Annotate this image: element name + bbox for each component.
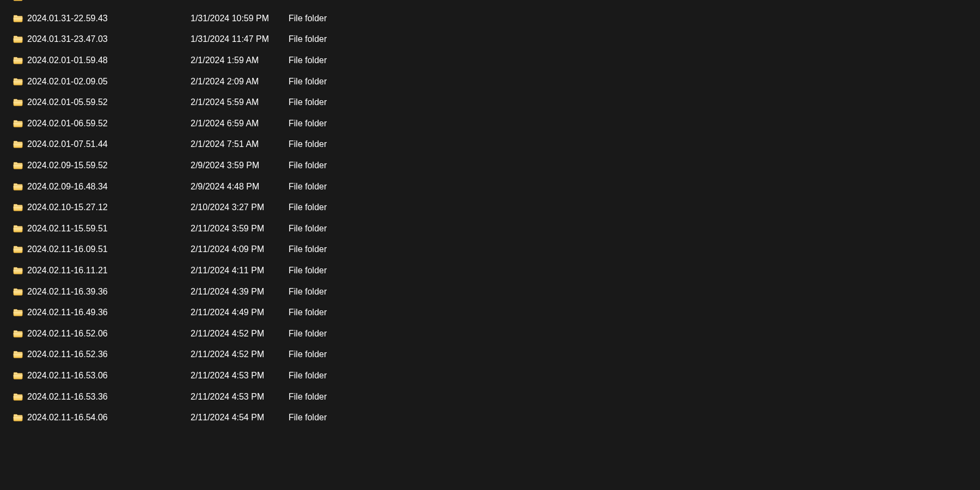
- table-row[interactable]: 2024.02.11-16.09.512/11/2024 4:09 PMFile…: [0, 239, 980, 260]
- folder-name: 2024.02.11-16.49.36: [27, 308, 108, 317]
- cell-name: 2024.02.11-16.53.36: [13, 392, 191, 402]
- table-row[interactable]: 2024.02.01-05.59.522/1/2024 5:59 AMFile …: [0, 92, 980, 113]
- folder-icon: [13, 162, 23, 169]
- table-row[interactable]: 2024.02.11-16.11.212/11/2024 4:11 PMFile…: [0, 260, 980, 281]
- cell-type: File folder: [289, 0, 408, 2]
- folder-icon: [13, 267, 23, 274]
- cell-name: 2024.02.01-02.09.05: [13, 77, 191, 87]
- cell-type: File folder: [289, 119, 408, 128]
- folder-icon: [13, 204, 23, 211]
- cell-type: File folder: [289, 97, 408, 107]
- cell-date-modified: 2/11/2024 3:59 PM: [191, 224, 289, 234]
- folder-icon: [13, 0, 23, 1]
- cell-date-modified: 2/11/2024 4:09 PM: [191, 244, 289, 254]
- table-row[interactable]: 2024.02.11-16.53.062/11/2024 4:53 PMFile…: [0, 365, 980, 387]
- table-row[interactable]: 2024.01.31-23.47.031/31/2024 11:47 PMFil…: [0, 29, 980, 50]
- folder-icon: [13, 140, 23, 148]
- cell-name: 2024.02.01-01.59.48: [13, 56, 191, 65]
- folder-name: 2024.01.31-23.47.03: [27, 34, 108, 44]
- cell-name: 2024.02.11-16.49.36: [13, 308, 191, 317]
- cell-name: 2024.02.11-16.52.36: [13, 350, 191, 359]
- table-row[interactable]: 2024.02.11-16.53.362/11/2024 4:53 PMFile…: [0, 386, 980, 407]
- cell-name: 2024.02.10-15.27.12: [13, 203, 191, 212]
- cell-type: File folder: [289, 34, 408, 44]
- cell-type: File folder: [289, 203, 408, 212]
- folder-icon: [13, 288, 23, 296]
- folder-icon: [13, 78, 23, 85]
- table-row[interactable]: 2024.02.11-15.59.512/11/2024 3:59 PMFile…: [0, 218, 980, 240]
- folder-name: 2024.02.11-16.52.36: [27, 350, 108, 359]
- cell-date-modified: 1/28/2024 4:24 PM: [191, 0, 289, 2]
- cell-name: 2024.02.11-16.09.51: [13, 244, 191, 254]
- cell-name: 2024.02.01-06.59.52: [13, 119, 191, 128]
- table-row[interactable]: 2024.02.11-16.54.062/11/2024 4:54 PMFile…: [0, 407, 980, 428]
- table-row[interactable]: 2024.02.09-15.59.522/9/2024 3:59 PMFile …: [0, 155, 980, 176]
- folder-icon: [13, 183, 23, 191]
- cell-type: File folder: [289, 413, 408, 422]
- folder-icon: [13, 225, 23, 232]
- cell-date-modified: 2/11/2024 4:11 PM: [191, 266, 289, 275]
- cell-date-modified: 2/11/2024 4:49 PM: [191, 308, 289, 317]
- folder-name: 2024.02.11-15.59.51: [27, 224, 108, 234]
- cell-name: 2024.02.11-16.53.06: [13, 371, 191, 381]
- cell-name: 2024.01.31-22.59.43: [13, 14, 191, 23]
- cell-date-modified: 2/11/2024 4:52 PM: [191, 329, 289, 339]
- folder-name: 2024.02.01-05.59.52: [27, 97, 108, 107]
- table-row[interactable]: 2024.02.11-16.52.362/11/2024 4:52 PMFile…: [0, 344, 980, 365]
- table-row[interactable]: 2024.01.28-16.24.531/28/2024 4:24 PMFile…: [0, 0, 980, 8]
- folder-icon: [13, 120, 23, 127]
- folder-name: 2024.01.31-22.59.43: [27, 14, 108, 23]
- cell-date-modified: 2/1/2024 2:09 AM: [191, 77, 289, 87]
- cell-date-modified: 2/11/2024 4:53 PM: [191, 392, 289, 402]
- folder-name: 2024.02.09-15.59.52: [27, 161, 108, 170]
- table-row[interactable]: 2024.02.09-16.48.342/9/2024 4:48 PMFile …: [0, 176, 980, 197]
- table-row[interactable]: 2024.01.31-22.59.431/31/2024 10:59 PMFil…: [0, 8, 980, 29]
- cell-type: File folder: [289, 244, 408, 254]
- folder-name: 2024.02.11-16.52.06: [27, 329, 108, 339]
- table-row[interactable]: 2024.02.11-16.52.062/11/2024 4:52 PMFile…: [0, 323, 980, 345]
- cell-type: File folder: [289, 287, 408, 297]
- cell-date-modified: 2/11/2024 4:54 PM: [191, 413, 289, 422]
- cell-type: File folder: [289, 139, 408, 149]
- cell-date-modified: 2/1/2024 1:59 AM: [191, 56, 289, 65]
- cell-date-modified: 2/10/2024 3:27 PM: [191, 203, 289, 212]
- table-row[interactable]: 2024.02.01-02.09.052/1/2024 2:09 AMFile …: [0, 71, 980, 92]
- cell-type: File folder: [289, 308, 408, 317]
- table-row[interactable]: 2024.02.01-06.59.522/1/2024 6:59 AMFile …: [0, 113, 980, 134]
- table-row[interactable]: 2024.02.11-16.39.362/11/2024 4:39 PMFile…: [0, 281, 980, 302]
- table-row[interactable]: 2024.02.11-16.49.362/11/2024 4:49 PMFile…: [0, 302, 980, 323]
- cell-type: File folder: [289, 350, 408, 359]
- cell-date-modified: 1/31/2024 11:47 PM: [191, 34, 289, 44]
- file-list: 2024.01.28-16.24.531/28/2024 4:24 PMFile…: [0, 0, 980, 428]
- folder-icon: [13, 351, 23, 358]
- folder-icon: [13, 372, 23, 379]
- cell-name: 2024.02.11-16.39.36: [13, 287, 191, 297]
- cell-date-modified: 1/31/2024 10:59 PM: [191, 14, 289, 23]
- folder-icon: [13, 246, 23, 253]
- folder-name: 2024.02.01-07.51.44: [27, 139, 108, 149]
- cell-type: File folder: [289, 77, 408, 87]
- cell-name: 2024.02.01-07.51.44: [13, 139, 191, 149]
- table-row[interactable]: 2024.02.01-07.51.442/1/2024 7:51 AMFile …: [0, 134, 980, 155]
- folder-name: 2024.02.01-06.59.52: [27, 119, 108, 128]
- cell-type: File folder: [289, 56, 408, 65]
- folder-name: 2024.02.11-16.53.36: [27, 392, 108, 402]
- cell-name: 2024.02.11-16.11.21: [13, 266, 191, 275]
- folder-icon: [13, 15, 23, 22]
- cell-name: 2024.02.09-16.48.34: [13, 182, 191, 192]
- cell-date-modified: 2/9/2024 4:48 PM: [191, 182, 289, 192]
- folder-name: 2024.02.11-16.53.06: [27, 371, 108, 381]
- folder-name: 2024.02.11-16.39.36: [27, 287, 108, 297]
- cell-name: 2024.02.11-16.52.06: [13, 329, 191, 339]
- table-row[interactable]: 2024.02.01-01.59.482/1/2024 1:59 AMFile …: [0, 50, 980, 71]
- cell-name: 2024.01.28-16.24.53: [13, 0, 191, 2]
- cell-type: File folder: [289, 182, 408, 192]
- cell-name: 2024.02.01-05.59.52: [13, 97, 191, 107]
- folder-name: 2024.02.11-16.09.51: [27, 244, 108, 254]
- cell-type: File folder: [289, 329, 408, 339]
- cell-name: 2024.02.09-15.59.52: [13, 161, 191, 170]
- cell-date-modified: 2/1/2024 6:59 AM: [191, 119, 289, 128]
- cell-name: 2024.02.11-16.54.06: [13, 413, 191, 422]
- table-row[interactable]: 2024.02.10-15.27.122/10/2024 3:27 PMFile…: [0, 197, 980, 218]
- folder-name: 2024.02.11-16.54.06: [27, 413, 108, 422]
